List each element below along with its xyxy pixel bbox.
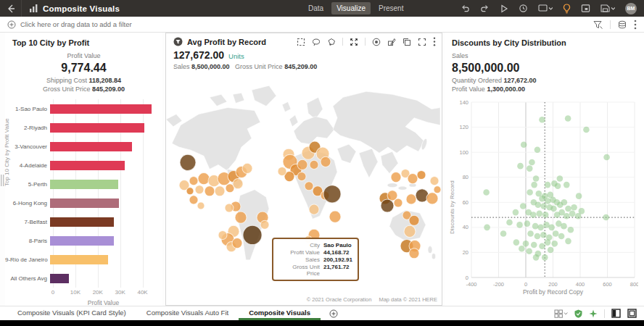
present-frame-icon[interactable] <box>581 4 590 13</box>
map-bubble[interactable] <box>381 199 394 212</box>
scatter-point[interactable] <box>526 248 532 254</box>
bar-row[interactable]: 6-Hong Kong <box>5 193 162 212</box>
scatter-point[interactable] <box>571 204 577 211</box>
canvas-grid-icon[interactable] <box>554 309 568 318</box>
map-bubble[interactable] <box>189 196 198 204</box>
map-bubble[interactable] <box>198 173 210 185</box>
map-bubble[interactable] <box>409 216 419 226</box>
scatter-point[interactable] <box>500 230 507 237</box>
scatter-point[interactable] <box>524 220 531 227</box>
map-bubble[interactable] <box>218 231 227 240</box>
bar-row[interactable]: 7-Belfast <box>5 212 162 231</box>
scatter-point[interactable] <box>548 225 555 231</box>
visual-top10-city-by-profit[interactable]: Top 10 City by Profit Profit Value 9,774… <box>5 33 162 306</box>
menu-icon[interactable] <box>433 37 436 46</box>
scatter-point[interactable] <box>527 230 534 237</box>
map-bubble[interactable] <box>409 248 419 259</box>
bar-row[interactable]: 9-Rio de Janeiro <box>5 250 162 269</box>
scatter-point[interactable] <box>539 243 545 250</box>
scatter-point[interactable] <box>551 241 558 247</box>
map-bubble[interactable] <box>417 171 426 180</box>
map-bubble[interactable] <box>305 182 313 191</box>
map-bubble[interactable] <box>242 164 252 174</box>
scatter-point[interactable] <box>564 182 570 188</box>
map-bubble[interactable] <box>404 226 416 238</box>
sort-icon[interactable] <box>387 38 396 46</box>
map-bubble[interactable] <box>434 186 441 193</box>
insights-bulb-icon[interactable] <box>563 4 571 14</box>
map-bubble[interactable] <box>243 226 262 245</box>
bar[interactable] <box>50 180 118 189</box>
layout-dark-icon[interactable] <box>611 309 621 318</box>
scatter-point[interactable] <box>568 227 574 233</box>
scatter-point[interactable] <box>520 203 527 209</box>
scatter-point[interactable] <box>536 211 542 217</box>
bar[interactable] <box>50 274 69 283</box>
filter-prompt[interactable]: Click here or drag data to add a filter <box>20 20 132 28</box>
scatter-point[interactable] <box>531 242 537 248</box>
scatter-point[interactable] <box>506 220 513 226</box>
map-bubble[interactable] <box>195 185 204 194</box>
maximize-icon[interactable] <box>418 38 426 46</box>
scatter-point[interactable] <box>540 232 547 238</box>
save-icon[interactable] <box>600 4 615 13</box>
map-bubble[interactable] <box>235 212 247 224</box>
map-bubble[interactable] <box>186 188 194 195</box>
scatter-point[interactable] <box>545 182 551 188</box>
tab-data[interactable]: Data <box>303 2 329 14</box>
comment-icon[interactable] <box>538 4 553 13</box>
scatter-point[interactable] <box>545 239 551 246</box>
filter-icon[interactable] <box>593 20 603 29</box>
bar[interactable] <box>50 104 152 114</box>
bar-row[interactable]: 3-Vancouver <box>5 137 162 156</box>
bar-row[interactable]: 2-Riyadh <box>5 118 162 137</box>
duplicate-icon[interactable] <box>402 38 411 46</box>
back-button[interactable] <box>0 0 22 17</box>
scatter-point[interactable] <box>550 206 557 212</box>
scatter-point[interactable] <box>521 141 527 148</box>
bar-row[interactable]: All Others Avg <box>5 269 162 288</box>
scatter-point[interactable] <box>516 222 523 228</box>
scatter-point[interactable] <box>533 254 540 261</box>
scatter-point[interactable] <box>530 212 537 218</box>
zoom-fit-icon[interactable] <box>350 38 358 46</box>
menu-icon[interactable] <box>634 20 637 30</box>
schedule-icon[interactable] <box>519 4 528 13</box>
map-bubble[interactable] <box>309 204 319 214</box>
scatter-point[interactable] <box>484 225 490 231</box>
scatter-point[interactable] <box>569 211 576 217</box>
canvas-tab-kpi-card-style[interactable]: Composite Visuals (KPI Card Style) <box>7 306 136 320</box>
scatter-point[interactable] <box>523 241 529 247</box>
map-bubble[interactable] <box>408 174 418 184</box>
redo-icon[interactable] <box>480 4 490 13</box>
map-bubble[interactable] <box>406 194 416 204</box>
bar-row[interactable]: 5-Perth <box>5 175 162 193</box>
scatter-point[interactable] <box>537 225 544 231</box>
tab-visualize[interactable]: Visualize <box>331 2 371 14</box>
scatter-point[interactable] <box>519 246 525 252</box>
map-bubble[interactable] <box>197 202 205 209</box>
user-avatar[interactable]: BM <box>625 3 637 14</box>
bar[interactable] <box>50 217 114 227</box>
visual-discounts-by-city-distribution[interactable]: Discounts by City Distribution Sales 8,5… <box>445 33 644 306</box>
scatter-point[interactable] <box>548 247 554 254</box>
map-bubble[interactable] <box>205 186 215 196</box>
bar[interactable] <box>50 161 125 170</box>
map-bubble[interactable] <box>394 198 402 207</box>
canvas-tab-composite-visuals[interactable]: Composite Visuals <box>239 306 321 320</box>
scatter-point[interactable] <box>558 233 565 240</box>
bubble-map[interactable]: CitySao Paulo Profit Value44,168.72 Sale… <box>166 74 442 305</box>
polygon-select-icon[interactable] <box>327 38 336 46</box>
map-bubble[interactable] <box>323 185 341 203</box>
scatter-point[interactable] <box>529 159 535 166</box>
scatter-point[interactable] <box>545 198 551 204</box>
bar-row[interactable]: 4-Adelaide <box>5 156 162 175</box>
scatter-point[interactable] <box>532 223 539 230</box>
map-bubble[interactable] <box>232 238 242 248</box>
scatter-point[interactable] <box>542 212 549 218</box>
quality-icon[interactable] <box>574 309 582 318</box>
scatter-point[interactable] <box>527 165 533 172</box>
undo-icon[interactable] <box>461 4 470 13</box>
scatter-point[interactable] <box>565 115 571 122</box>
scatter-point[interactable] <box>603 154 610 161</box>
